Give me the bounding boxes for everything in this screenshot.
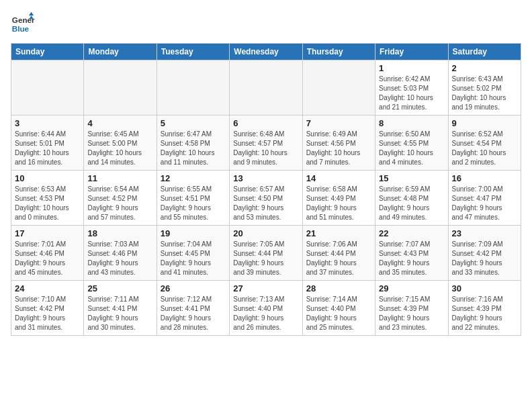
day-cell: 7Sunrise: 6:49 AM Sunset: 4:56 PM Daylig… bbox=[302, 116, 375, 171]
day-cell: 1Sunrise: 6:42 AM Sunset: 5:03 PM Daylig… bbox=[375, 60, 448, 116]
day-cell: 12Sunrise: 6:55 AM Sunset: 4:51 PM Dayli… bbox=[157, 171, 229, 226]
calendar-header: SundayMondayTuesdayWednesdayThursdayFrid… bbox=[11, 44, 521, 60]
day-info: Sunrise: 6:52 AM Sunset: 4:54 PM Dayligh… bbox=[452, 130, 517, 167]
day-info: Sunrise: 7:05 AM Sunset: 4:44 PM Dayligh… bbox=[233, 240, 298, 277]
day-cell: 6Sunrise: 6:48 AM Sunset: 4:57 PM Daylig… bbox=[230, 116, 302, 171]
day-number: 3 bbox=[15, 118, 80, 128]
weekday-header-wednesday: Wednesday bbox=[230, 44, 302, 60]
day-number: 14 bbox=[306, 173, 371, 183]
day-cell: 25Sunrise: 7:11 AM Sunset: 4:41 PM Dayli… bbox=[84, 281, 157, 336]
day-number: 29 bbox=[379, 283, 444, 293]
day-info: Sunrise: 6:47 AM Sunset: 4:58 PM Dayligh… bbox=[161, 130, 226, 167]
weekday-header-thursday: Thursday bbox=[302, 44, 375, 60]
calendar-body: 1Sunrise: 6:42 AM Sunset: 5:03 PM Daylig… bbox=[11, 60, 521, 336]
day-cell bbox=[302, 60, 375, 116]
page-header: General Blue bbox=[11, 11, 521, 35]
day-number: 11 bbox=[87, 173, 152, 183]
day-number: 1 bbox=[379, 63, 444, 73]
day-number: 25 bbox=[87, 283, 152, 293]
svg-text:Blue: Blue bbox=[12, 24, 30, 33]
day-number: 6 bbox=[233, 118, 298, 128]
day-number: 22 bbox=[379, 228, 444, 238]
weekday-header-monday: Monday bbox=[84, 44, 157, 60]
day-cell: 19Sunrise: 7:04 AM Sunset: 4:45 PM Dayli… bbox=[157, 226, 229, 281]
day-number: 21 bbox=[306, 228, 371, 238]
day-cell: 5Sunrise: 6:47 AM Sunset: 4:58 PM Daylig… bbox=[157, 116, 229, 171]
day-cell: 15Sunrise: 6:59 AM Sunset: 4:48 PM Dayli… bbox=[375, 171, 448, 226]
day-cell: 13Sunrise: 6:57 AM Sunset: 4:50 PM Dayli… bbox=[230, 171, 302, 226]
day-number: 10 bbox=[15, 173, 80, 183]
day-cell: 10Sunrise: 6:53 AM Sunset: 4:53 PM Dayli… bbox=[11, 171, 84, 226]
day-cell: 21Sunrise: 7:06 AM Sunset: 4:44 PM Dayli… bbox=[302, 226, 375, 281]
week-row-1: 1Sunrise: 6:42 AM Sunset: 5:03 PM Daylig… bbox=[11, 60, 521, 116]
day-cell bbox=[157, 60, 229, 116]
day-info: Sunrise: 7:12 AM Sunset: 4:41 PM Dayligh… bbox=[161, 295, 226, 332]
day-number: 5 bbox=[161, 118, 226, 128]
day-info: Sunrise: 6:43 AM Sunset: 5:02 PM Dayligh… bbox=[452, 75, 517, 112]
day-number: 19 bbox=[161, 228, 226, 238]
day-info: Sunrise: 7:07 AM Sunset: 4:43 PM Dayligh… bbox=[379, 240, 444, 277]
day-info: Sunrise: 7:04 AM Sunset: 4:45 PM Dayligh… bbox=[161, 240, 226, 277]
day-number: 26 bbox=[161, 283, 226, 293]
day-number: 28 bbox=[306, 283, 371, 293]
day-info: Sunrise: 6:44 AM Sunset: 5:01 PM Dayligh… bbox=[15, 130, 80, 167]
day-cell bbox=[11, 60, 84, 116]
day-info: Sunrise: 7:03 AM Sunset: 4:46 PM Dayligh… bbox=[87, 240, 152, 277]
day-number: 7 bbox=[306, 118, 371, 128]
day-info: Sunrise: 6:42 AM Sunset: 5:03 PM Dayligh… bbox=[379, 75, 444, 112]
day-cell: 18Sunrise: 7:03 AM Sunset: 4:46 PM Dayli… bbox=[84, 226, 157, 281]
day-cell: 28Sunrise: 7:14 AM Sunset: 4:40 PM Dayli… bbox=[302, 281, 375, 336]
day-number: 17 bbox=[15, 228, 80, 238]
day-cell: 3Sunrise: 6:44 AM Sunset: 5:01 PM Daylig… bbox=[11, 116, 84, 171]
day-info: Sunrise: 6:48 AM Sunset: 4:57 PM Dayligh… bbox=[233, 130, 298, 167]
weekday-header-tuesday: Tuesday bbox=[157, 44, 229, 60]
day-cell bbox=[230, 60, 302, 116]
logo: General Blue bbox=[11, 11, 35, 35]
day-cell: 29Sunrise: 7:15 AM Sunset: 4:39 PM Dayli… bbox=[375, 281, 448, 336]
day-number: 13 bbox=[233, 173, 298, 183]
calendar-table: SundayMondayTuesdayWednesdayThursdayFrid… bbox=[11, 43, 521, 336]
day-info: Sunrise: 6:54 AM Sunset: 4:52 PM Dayligh… bbox=[87, 185, 152, 222]
day-info: Sunrise: 6:58 AM Sunset: 4:49 PM Dayligh… bbox=[306, 185, 371, 222]
day-info: Sunrise: 7:00 AM Sunset: 4:47 PM Dayligh… bbox=[452, 185, 517, 222]
weekday-row: SundayMondayTuesdayWednesdayThursdayFrid… bbox=[11, 44, 521, 60]
day-info: Sunrise: 7:06 AM Sunset: 4:44 PM Dayligh… bbox=[306, 240, 371, 277]
weekday-header-saturday: Saturday bbox=[448, 44, 521, 60]
day-cell: 9Sunrise: 6:52 AM Sunset: 4:54 PM Daylig… bbox=[448, 116, 521, 171]
week-row-5: 24Sunrise: 7:10 AM Sunset: 4:42 PM Dayli… bbox=[11, 281, 521, 336]
day-cell: 24Sunrise: 7:10 AM Sunset: 4:42 PM Dayli… bbox=[11, 281, 84, 336]
day-number: 12 bbox=[161, 173, 226, 183]
day-info: Sunrise: 7:15 AM Sunset: 4:39 PM Dayligh… bbox=[379, 295, 444, 332]
day-number: 20 bbox=[233, 228, 298, 238]
day-number: 27 bbox=[233, 283, 298, 293]
day-info: Sunrise: 6:59 AM Sunset: 4:48 PM Dayligh… bbox=[379, 185, 444, 222]
day-cell: 30Sunrise: 7:16 AM Sunset: 4:39 PM Dayli… bbox=[448, 281, 521, 336]
week-row-4: 17Sunrise: 7:01 AM Sunset: 4:46 PM Dayli… bbox=[11, 226, 521, 281]
day-info: Sunrise: 7:13 AM Sunset: 4:40 PM Dayligh… bbox=[233, 295, 298, 332]
day-info: Sunrise: 6:53 AM Sunset: 4:53 PM Dayligh… bbox=[15, 185, 80, 222]
day-number: 15 bbox=[379, 173, 444, 183]
day-info: Sunrise: 7:11 AM Sunset: 4:41 PM Dayligh… bbox=[87, 295, 152, 332]
day-number: 16 bbox=[452, 173, 517, 183]
day-info: Sunrise: 6:49 AM Sunset: 4:56 PM Dayligh… bbox=[306, 130, 371, 167]
day-cell: 4Sunrise: 6:45 AM Sunset: 5:00 PM Daylig… bbox=[84, 116, 157, 171]
day-info: Sunrise: 7:09 AM Sunset: 4:42 PM Dayligh… bbox=[452, 240, 517, 277]
day-cell: 26Sunrise: 7:12 AM Sunset: 4:41 PM Dayli… bbox=[157, 281, 229, 336]
day-number: 24 bbox=[15, 283, 80, 293]
day-info: Sunrise: 6:50 AM Sunset: 4:55 PM Dayligh… bbox=[379, 130, 444, 167]
day-info: Sunrise: 7:01 AM Sunset: 4:46 PM Dayligh… bbox=[15, 240, 80, 277]
day-cell: 14Sunrise: 6:58 AM Sunset: 4:49 PM Dayli… bbox=[302, 171, 375, 226]
day-number: 8 bbox=[379, 118, 444, 128]
day-number: 4 bbox=[87, 118, 152, 128]
day-cell: 20Sunrise: 7:05 AM Sunset: 4:44 PM Dayli… bbox=[230, 226, 302, 281]
week-row-2: 3Sunrise: 6:44 AM Sunset: 5:01 PM Daylig… bbox=[11, 116, 521, 171]
day-info: Sunrise: 6:57 AM Sunset: 4:50 PM Dayligh… bbox=[233, 185, 298, 222]
day-cell: 23Sunrise: 7:09 AM Sunset: 4:42 PM Dayli… bbox=[448, 226, 521, 281]
svg-marker-2 bbox=[29, 12, 34, 15]
day-number: 2 bbox=[452, 63, 517, 73]
day-number: 9 bbox=[452, 118, 517, 128]
day-cell: 27Sunrise: 7:13 AM Sunset: 4:40 PM Dayli… bbox=[230, 281, 302, 336]
day-cell bbox=[84, 60, 157, 116]
day-number: 18 bbox=[87, 228, 152, 238]
weekday-header-friday: Friday bbox=[375, 44, 448, 60]
